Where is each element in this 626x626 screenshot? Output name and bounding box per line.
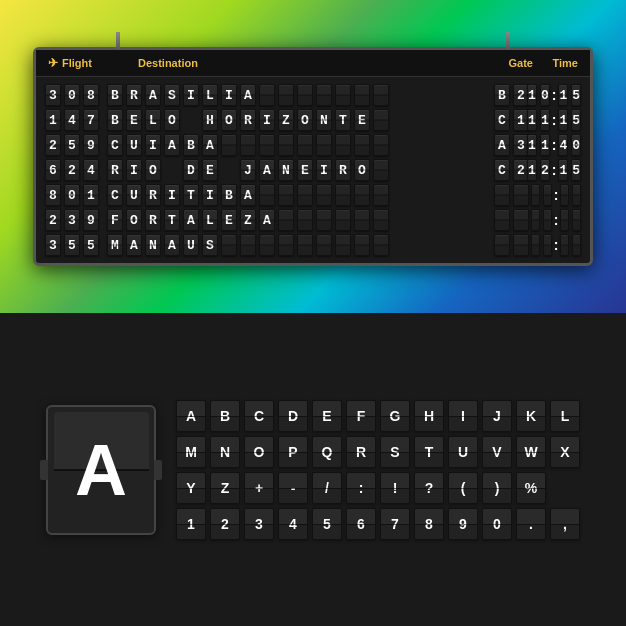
flip-tile: L xyxy=(202,84,218,106)
flip-tile: B xyxy=(221,184,237,206)
alpha-tile: R xyxy=(346,436,376,468)
alpha-tile: . xyxy=(516,508,546,540)
alpha-tile: 9 xyxy=(448,508,478,540)
flip-tile xyxy=(531,234,540,256)
flip-tile xyxy=(259,84,275,106)
alphabet-grid: ABCDEFGHIJKLMNOPQRSTUVWXYZ+-/:!?()%12345… xyxy=(176,400,580,540)
flip-tile: T xyxy=(164,209,180,231)
flip-tile: 2 xyxy=(45,209,61,231)
flip-tile: 1 xyxy=(527,134,537,156)
flip-tile: 1 xyxy=(558,109,568,131)
flip-tile: I xyxy=(145,134,161,156)
flip-tile: 9 xyxy=(83,134,99,156)
flip-tile xyxy=(278,234,294,256)
flip-tile xyxy=(221,134,237,156)
flip-tile xyxy=(316,134,332,156)
flip-tile: 3 xyxy=(45,234,61,256)
flip-tile: 1 xyxy=(558,84,568,106)
alpha-tile: E xyxy=(312,400,342,432)
flip-tile xyxy=(354,134,370,156)
flip-tile: Z xyxy=(240,209,256,231)
flip-tile xyxy=(335,234,351,256)
flip-tile: C xyxy=(107,184,123,206)
flip-tile xyxy=(316,184,332,206)
alpha-tile: , xyxy=(550,508,580,540)
flip-tile xyxy=(259,234,275,256)
flip-tile xyxy=(316,209,332,231)
flip-tile xyxy=(240,134,256,156)
alpha-row: YZ+-/:!?()% xyxy=(176,472,580,504)
large-tile-container: A xyxy=(46,405,156,535)
flip-tile: E xyxy=(354,109,370,131)
flip-tile: A xyxy=(145,84,161,106)
flip-tile xyxy=(354,184,370,206)
alpha-tile: W xyxy=(516,436,546,468)
flip-tile: A xyxy=(126,234,142,256)
alpha-tile: K xyxy=(516,400,546,432)
flip-tile: O xyxy=(145,159,161,181)
flip-tile: 5 xyxy=(571,159,581,181)
flip-tile: O xyxy=(164,109,180,131)
flip-tile xyxy=(354,209,370,231)
bottom-section: A ABCDEFGHIJKLMNOPQRSTUVWXYZ+-/:!?()%123… xyxy=(0,313,626,626)
alpha-tile: N xyxy=(210,436,240,468)
flip-tile: U xyxy=(126,184,142,206)
flip-tile xyxy=(316,84,332,106)
flip-tile xyxy=(543,209,552,231)
flip-tile: 1 xyxy=(540,134,550,156)
flip-tile: 5 xyxy=(64,134,80,156)
alpha-tile: : xyxy=(346,472,376,504)
alpha-tile: L xyxy=(550,400,580,432)
flip-tile xyxy=(373,134,389,156)
flip-tile xyxy=(531,184,540,206)
flip-tile: B xyxy=(107,84,123,106)
flip-tile xyxy=(572,184,581,206)
flip-tile: 1 xyxy=(558,159,568,181)
flip-tile: A xyxy=(183,209,199,231)
time-colon: : xyxy=(552,109,557,131)
flip-tile: 1 xyxy=(527,84,537,106)
flip-tile: 0 xyxy=(64,184,80,206)
flip-tile xyxy=(221,234,237,256)
alpha-tile: ? xyxy=(414,472,444,504)
flip-tile: E xyxy=(297,159,313,181)
flip-tile: 7 xyxy=(83,109,99,131)
flip-tile: A xyxy=(494,134,510,156)
flip-tile: 5 xyxy=(64,234,80,256)
alpha-tile: ) xyxy=(482,472,512,504)
flip-tile: O xyxy=(297,109,313,131)
flip-tile xyxy=(560,184,569,206)
flip-tile xyxy=(335,84,351,106)
flip-tile: B xyxy=(107,109,123,131)
flip-tile: 1 xyxy=(527,109,537,131)
alpha-tile: Y xyxy=(176,472,206,504)
flip-tile: L xyxy=(202,209,218,231)
flip-tile xyxy=(259,134,275,156)
flip-tile: 8 xyxy=(45,184,61,206)
flip-tile xyxy=(297,234,313,256)
flip-tile xyxy=(297,209,313,231)
alpha-tile: T xyxy=(414,436,444,468)
flip-tile xyxy=(278,84,294,106)
alpha-row: MNOPQRSTUVWX xyxy=(176,436,580,468)
flip-tile xyxy=(164,159,180,181)
alpha-tile: V xyxy=(482,436,512,468)
alpha-tile: Q xyxy=(312,436,342,468)
flip-tile: I xyxy=(126,159,142,181)
alpha-tile: + xyxy=(244,472,274,504)
header-flight: ✈ Flight xyxy=(48,56,138,70)
table-row: 147BELOHORIZONTEC111:15 xyxy=(44,109,582,131)
table-row: 801CURITIBA: xyxy=(44,184,582,206)
flip-tile: C xyxy=(494,109,510,131)
flip-tile: E xyxy=(126,109,142,131)
flip-tile: 8 xyxy=(83,84,99,106)
top-section: ✈ Flight Destination Gate Time 308BRASIL… xyxy=(0,0,626,313)
table-row: 355MANAUS: xyxy=(44,234,582,256)
flip-tile xyxy=(373,159,389,181)
flip-tile: 4 xyxy=(83,159,99,181)
flip-tile: 5 xyxy=(571,109,581,131)
flip-tile: C xyxy=(107,134,123,156)
alpha-tile: I xyxy=(448,400,478,432)
alpha-tile: B xyxy=(210,400,240,432)
time-colon: : xyxy=(554,184,559,206)
